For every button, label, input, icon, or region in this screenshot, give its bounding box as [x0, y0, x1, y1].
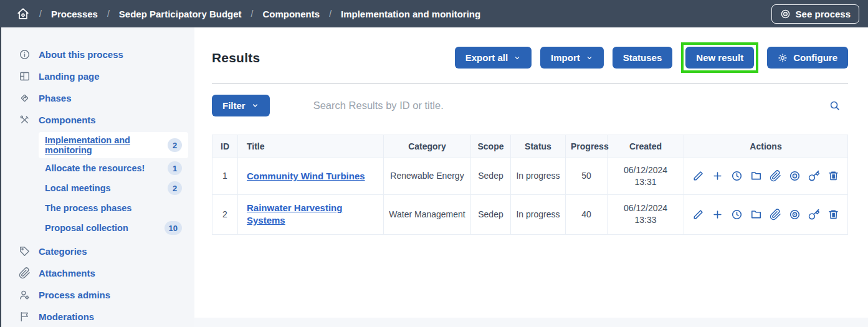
chevron-down-icon [586, 54, 593, 62]
new-result-button[interactable]: New result [685, 47, 754, 69]
column-header-progress: Progress [566, 135, 608, 158]
created-date: 06/12/2024 [613, 164, 679, 176]
breadcrumb-separator: / [329, 9, 331, 19]
sidebar-item-label: Attachments [39, 268, 95, 278]
edit-icon[interactable] [692, 209, 704, 220]
column-header-scope: Scope [471, 135, 511, 158]
search-icon[interactable] [829, 100, 841, 111]
breadcrumb-bar: / Processes / Sedep Participatory Budget… [0, 0, 868, 27]
cell-created: 06/12/2024 13:31 [608, 158, 684, 195]
sidebar-item-categories[interactable]: Categories [17, 240, 188, 262]
paperclip-icon[interactable] [770, 209, 781, 220]
edit-icon[interactable] [692, 170, 704, 182]
sidebar-item-moderations[interactable]: Moderations [17, 306, 188, 327]
page: / Processes / Sedep Participatory Budget… [0, 0, 868, 327]
paperclip-icon[interactable] [770, 170, 781, 182]
search-input[interactable] [313, 100, 637, 111]
column-header-id: ID [212, 135, 238, 158]
cell-created: 06/12/2024 13:33 [608, 194, 684, 234]
statuses-button[interactable]: Statuses [613, 47, 673, 69]
folder-icon[interactable] [750, 170, 762, 182]
home-icon[interactable] [16, 7, 30, 21]
chevron-down-icon [251, 102, 259, 110]
history-clock-icon[interactable] [731, 170, 743, 182]
sidebar-item-label: Categories [39, 246, 87, 257]
folder-icon[interactable] [750, 209, 762, 220]
count-badge: 10 [165, 221, 182, 235]
gear-icon [778, 53, 788, 63]
breadcrumb-separator: / [251, 9, 254, 19]
sidebar-item-attachments[interactable]: Attachments [17, 262, 188, 284]
delete-trash-icon[interactable] [827, 170, 839, 182]
filter-row: Filter [212, 95, 848, 116]
submenu-item-label: Allocate the resources! [45, 163, 145, 173]
history-clock-icon[interactable] [731, 209, 743, 220]
sidebar-item-label: Phases [39, 93, 72, 103]
cell-category: Water Management [384, 194, 471, 234]
filter-label: Filter [222, 100, 246, 111]
chevron-down-icon [513, 54, 521, 62]
submenu-item-local-meetings[interactable]: Local meetings 2 [39, 178, 188, 198]
configure-label: Configure [793, 52, 837, 63]
sidebar-item-components[interactable]: Components [17, 109, 188, 131]
submenu-item-label: Proposal collection [45, 223, 128, 233]
sidebar: About this process Landing page Phases C… [0, 27, 194, 327]
table-row: 2 Rainwater Harvesting Systems Water Man… [212, 194, 848, 234]
page-title: Results [212, 50, 260, 65]
submenu-item-the-process-phases[interactable]: The process phases [39, 198, 188, 218]
breadcrumb-separator: / [39, 9, 42, 19]
created-time: 13:31 [613, 176, 679, 188]
preview-eye-icon[interactable] [789, 209, 801, 220]
submenu-item-proposal-collection[interactable]: Proposal collection 10 [39, 218, 188, 238]
configure-button[interactable]: Configure [767, 47, 848, 69]
submenu-item-label: Local meetings [45, 183, 111, 193]
cell-status: In progress [511, 158, 566, 195]
cell-scope: Sedep [471, 194, 511, 234]
layout-icon [19, 70, 31, 82]
result-title-link[interactable]: Rainwater Harvesting Systems [247, 202, 342, 225]
results-table: ID Title Category Scope Status Progress … [212, 135, 848, 235]
sidebar-item-landing-page[interactable]: Landing page [17, 65, 188, 87]
breadcrumb-processes[interactable]: Processes [51, 9, 98, 19]
result-title-link[interactable]: Community Wind Turbines [247, 171, 365, 181]
see-process-button[interactable]: See process [771, 4, 859, 24]
cell-scope: Sedep [471, 158, 511, 195]
sidebar-item-label: Landing page [39, 71, 100, 82]
breadcrumb-separator: / [107, 9, 110, 19]
sidebar-item-label: About this process [39, 49, 123, 60]
permissions-key-icon[interactable] [808, 170, 820, 182]
delete-trash-icon[interactable] [827, 209, 839, 220]
export-all-button[interactable]: Export all [455, 47, 532, 69]
column-header-category: Category [384, 135, 471, 158]
column-header-title: Title [238, 135, 384, 158]
submenu-item-allocate-the-resources[interactable]: Allocate the resources! 1 [39, 158, 188, 178]
submenu-item-label: The process phases [45, 203, 131, 213]
breadcrumb-process-name[interactable]: Sedep Participatory Budget [119, 9, 242, 19]
cell-id: 1 [212, 158, 238, 195]
import-button[interactable]: Import [540, 47, 604, 69]
sidebar-item-about[interactable]: About this process [17, 44, 188, 65]
column-header-actions: Actions [684, 135, 848, 158]
sidebar-item-process-admins[interactable]: Process admins [17, 284, 188, 306]
components-submenu: Implementation and monitoring 2 Allocate… [39, 132, 188, 238]
toolbar: Export all Import Statuses New result [455, 42, 848, 73]
count-badge: 2 [168, 138, 182, 152]
see-process-label: See process [796, 9, 851, 19]
add-icon[interactable] [712, 170, 723, 182]
phases-icon [19, 92, 31, 104]
submenu-item-implementation-and-monitoring[interactable]: Implementation and monitoring 2 [39, 132, 188, 158]
permissions-key-icon[interactable] [808, 209, 820, 220]
preview-eye-icon[interactable] [789, 170, 801, 182]
sidebar-item-phases[interactable]: Phases [17, 87, 188, 109]
paperclip-icon [19, 267, 31, 279]
sidebar-item-label: Process admins [39, 290, 110, 300]
breadcrumb-components[interactable]: Components [262, 9, 320, 19]
tools-icon [19, 114, 31, 126]
created-time: 13:33 [613, 214, 679, 226]
filter-button[interactable]: Filter [212, 95, 270, 116]
cell-category: Renewable Energy [384, 158, 471, 195]
add-icon[interactable] [712, 209, 723, 220]
row-actions [689, 170, 842, 182]
breadcrumb-current-component[interactable]: Implementation and monitoring [341, 9, 480, 19]
cell-progress: 40 [566, 194, 608, 234]
